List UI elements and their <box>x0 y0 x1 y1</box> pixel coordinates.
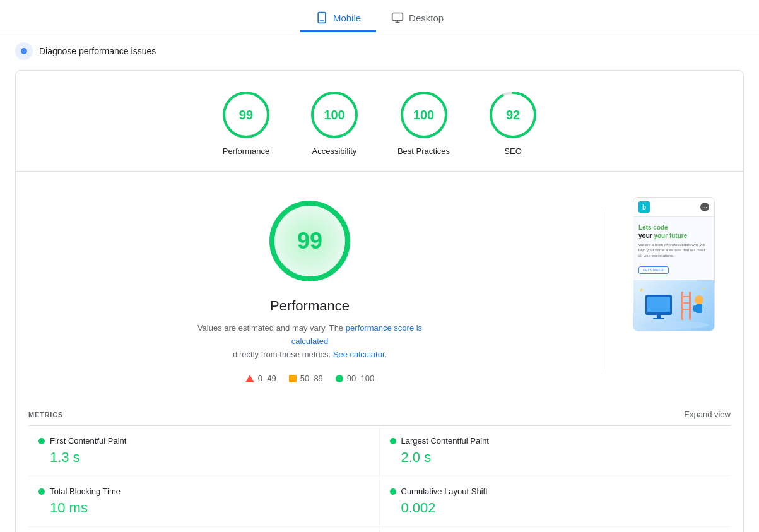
preview-desc: We are a team of professionals who will … <box>638 242 709 258</box>
score-value-seo: 92 <box>506 108 520 122</box>
score-label-seo: SEO <box>504 146 521 156</box>
score-performance: 99 Performance <box>221 90 271 156</box>
svg-rect-22 <box>689 292 691 320</box>
metric-tbt-dot <box>38 488 45 495</box>
perf-left: 99 Performance Values are estimated and … <box>41 197 579 383</box>
svg-rect-29 <box>698 305 702 312</box>
diagnose-text: Diagnose performance issues <box>39 46 156 56</box>
metric-tbt-name: Total Blocking Time <box>50 487 121 496</box>
diagnose-row: Diagnose performance issues <box>0 32 759 70</box>
metric-lcp-name-row: Largest Contentful Paint <box>390 436 721 446</box>
desktop-icon <box>391 11 404 24</box>
metric-cls-name: Cumulative Layout Shift <box>401 487 488 496</box>
perf-title: Performance <box>270 298 350 314</box>
metric-lcp: Largest Contentful Paint 2.0 s <box>380 426 731 476</box>
page-container: Mobile Desktop Diagnose performance issu… <box>0 0 759 532</box>
perf-description: Values are estimated and may vary. The p… <box>190 322 430 361</box>
preview-cta: GET STARTED <box>638 266 669 274</box>
legend-high-label: 90–100 <box>347 374 374 383</box>
legend-high: 90–100 <box>336 374 374 383</box>
score-circle-accessibility: 100 <box>309 90 360 140</box>
legend-low-label: 0–49 <box>258 374 276 383</box>
score-circle-performance: 99 <box>221 90 271 140</box>
legend-mid-label: 50–89 <box>300 374 323 383</box>
metric-tbt-name-row: Total Blocking Time <box>38 487 369 496</box>
svg-rect-25 <box>681 309 691 310</box>
svg-rect-0 <box>318 13 326 23</box>
score-seo: 92 SEO <box>488 90 538 156</box>
tab-mobile[interactable]: Mobile <box>300 5 376 32</box>
metric-fcp-value: 1.3 s <box>38 449 369 466</box>
metric-fcp-name-row: First Contentful Paint <box>38 436 369 446</box>
legend-mid: 50–89 <box>289 374 323 383</box>
metric-cls: Cumulative Layout Shift 0.002 <box>380 476 731 527</box>
preview-logo: b <box>638 201 650 213</box>
metric-lcp-name: Largest Contentful Paint <box>401 436 489 446</box>
score-label-performance: Performance <box>223 146 269 156</box>
score-circle-best-practices: 100 <box>399 90 449 140</box>
metrics-header: METRICS Expand view <box>28 402 731 426</box>
metric-si: Speed Index 2.9 s <box>28 527 380 532</box>
tabs-bar: Mobile Desktop <box>0 0 759 32</box>
expand-view-button[interactable]: Expand view <box>684 410 731 419</box>
preview-body: Lets code your your future We are a team… <box>633 217 714 280</box>
perf-big-circle: 99 <box>266 197 354 285</box>
metric-tbt-value: 10 ms <box>38 500 369 516</box>
score-accessibility: 100 Accessibility <box>309 90 360 156</box>
score-label-best-practices: Best Practices <box>397 146 450 156</box>
score-value-best-practices: 100 <box>413 108 434 122</box>
perf-big-score: 99 <box>297 228 322 254</box>
svg-rect-18 <box>647 297 670 312</box>
score-value-performance: 99 <box>239 108 253 122</box>
perf-desc-text1: Values are estimated and may vary. The <box>197 323 343 333</box>
metric-fcp-name: First Contentful Paint <box>50 436 126 446</box>
perf-desc-text2: directly from these metrics. <box>233 350 331 359</box>
svg-point-16 <box>639 321 709 329</box>
preview-card: b ⋯ Lets code your your future We are a … <box>633 197 715 331</box>
metric-cls-dot <box>390 488 396 495</box>
preview-illustration: ★ ✦ <box>633 280 714 331</box>
tab-desktop-label: Desktop <box>409 13 444 23</box>
svg-rect-2 <box>392 13 403 21</box>
preview-header: b ⋯ <box>633 198 714 217</box>
tab-mobile-label: Mobile <box>333 13 361 23</box>
preview-headline: Lets code your your future <box>638 223 709 240</box>
metrics-section: METRICS Expand view First Contentful Pai… <box>16 402 743 532</box>
metric-fcp-dot <box>38 438 45 444</box>
legend-row: 0–49 50–89 90–100 <box>245 374 374 383</box>
mobile-icon <box>315 11 328 24</box>
svg-text:✦: ✦ <box>702 287 705 290</box>
legend-low: 0–49 <box>245 374 276 383</box>
svg-rect-24 <box>681 302 691 304</box>
metric-tbt: Total Blocking Time 10 ms <box>28 476 380 527</box>
legend-dot-icon <box>336 375 343 382</box>
metric-cls-value: 0.002 <box>390 500 721 516</box>
metrics-label: METRICS <box>28 411 63 418</box>
svg-rect-28 <box>693 305 697 312</box>
preview-menu-icon[interactable]: ⋯ <box>700 203 709 211</box>
perf-divider <box>604 208 604 372</box>
metrics-grid: First Contentful Paint 1.3 s Largest Con… <box>28 426 731 532</box>
perf-calculator-link[interactable]: See calculator. <box>333 350 387 359</box>
perf-section: 99 Performance Values are estimated and … <box>16 172 743 402</box>
svg-text:★: ★ <box>639 287 644 293</box>
score-best-practices: 100 Best Practices <box>397 90 450 156</box>
scores-row: 99 Performance 100 Accessibility <box>16 71 743 172</box>
metric-lcp-value: 2.0 s <box>390 449 721 466</box>
perf-right: b ⋯ Lets code your your future We are a … <box>630 197 718 331</box>
score-circle-seo: 92 <box>488 90 538 140</box>
metric-fcp: First Contentful Paint 1.3 s <box>28 426 380 476</box>
score-label-accessibility: Accessibility <box>312 146 357 156</box>
metric-cls-name-row: Cumulative Layout Shift <box>390 487 721 496</box>
tab-desktop[interactable]: Desktop <box>376 5 459 32</box>
svg-rect-23 <box>681 296 691 297</box>
legend-triangle-icon <box>245 375 254 382</box>
svg-point-26 <box>695 295 703 304</box>
main-card: 99 Performance 100 Accessibility <box>15 70 744 532</box>
score-value-accessibility: 100 <box>324 108 344 122</box>
svg-rect-20 <box>653 318 664 319</box>
diagnose-dot <box>21 48 27 54</box>
preview-headline2: your future <box>654 232 687 239</box>
diagnose-icon <box>15 42 33 60</box>
legend-square-icon <box>289 375 297 382</box>
